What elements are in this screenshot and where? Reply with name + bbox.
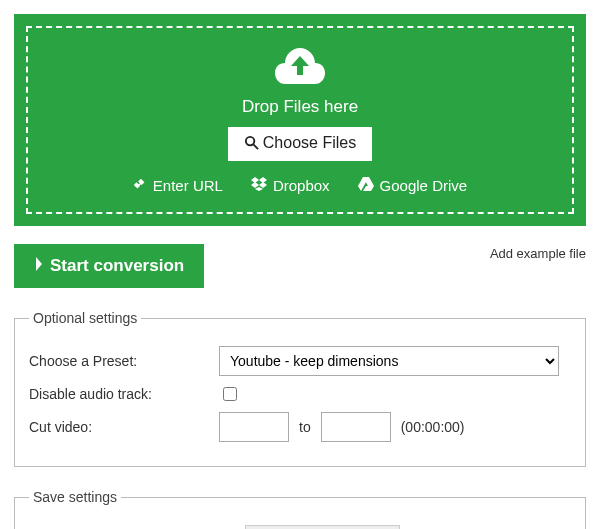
- dropbox-link[interactable]: Dropbox: [251, 177, 330, 194]
- cloud-upload-icon: [38, 46, 562, 89]
- save-settings-group: Save settings Save settings as: i (Log i…: [14, 489, 586, 529]
- svg-line-1: [253, 144, 258, 149]
- choose-files-label: Choose Files: [263, 134, 356, 151]
- dropbox-icon: [251, 177, 267, 194]
- chevron-right-icon: [34, 256, 44, 276]
- choose-files-button[interactable]: Choose Files: [228, 127, 372, 161]
- optional-settings-group: Optional settings Choose a Preset: Youtu…: [14, 310, 586, 467]
- preset-label: Choose a Preset:: [29, 353, 219, 369]
- optional-settings-legend: Optional settings: [29, 310, 141, 326]
- svg-point-0: [246, 137, 254, 145]
- save-name-input: [245, 525, 400, 529]
- dropzone[interactable]: Drop Files here Choose Files Enter URL D…: [14, 14, 586, 226]
- disable-audio-label: Disable audio track:: [29, 386, 219, 402]
- dropzone-inner[interactable]: Drop Files here Choose Files Enter URL D…: [26, 26, 574, 214]
- drop-text: Drop Files here: [38, 97, 562, 117]
- google-drive-link[interactable]: Google Drive: [358, 177, 468, 194]
- cut-hint: (00:00:00): [391, 419, 465, 435]
- google-drive-icon: [358, 177, 374, 194]
- preset-select[interactable]: Youtube - keep dimensions: [219, 346, 559, 376]
- disable-audio-checkbox[interactable]: [223, 387, 237, 401]
- save-settings-legend: Save settings: [29, 489, 121, 505]
- start-conversion-button[interactable]: Start conversion: [14, 244, 204, 288]
- search-icon: [244, 135, 259, 154]
- cut-end-input[interactable]: [321, 412, 391, 442]
- enter-url-link[interactable]: Enter URL: [133, 177, 223, 194]
- cut-video-label: Cut video:: [29, 419, 219, 435]
- to-label: to: [289, 419, 321, 435]
- link-icon: [133, 177, 147, 194]
- cut-start-input[interactable]: [219, 412, 289, 442]
- start-conversion-label: Start conversion: [50, 256, 184, 276]
- add-example-file-link[interactable]: Add example file: [490, 246, 586, 261]
- source-links: Enter URL Dropbox Google Drive: [38, 177, 562, 194]
